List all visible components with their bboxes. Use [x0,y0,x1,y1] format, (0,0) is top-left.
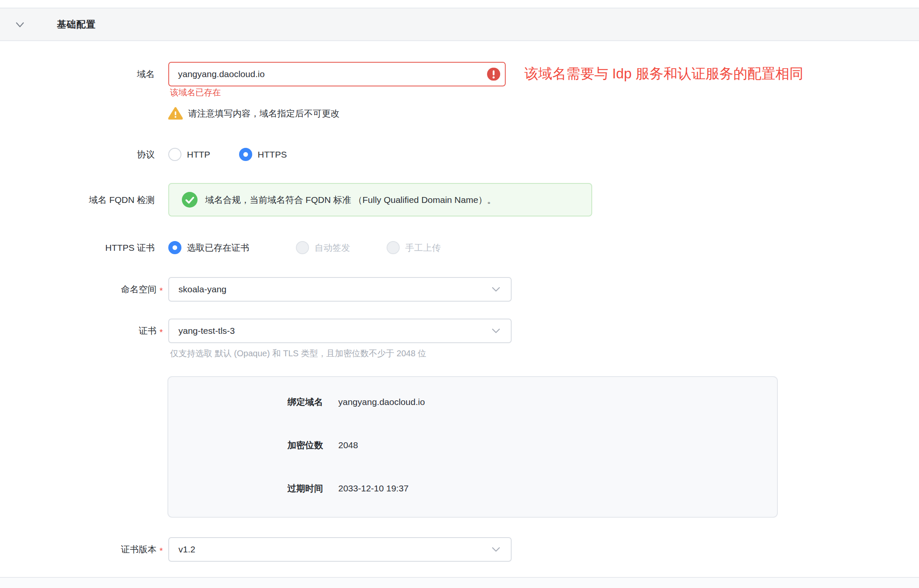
radio-option-existing-cert[interactable]: 选取已存在证书 [168,241,249,254]
namespace-select-value: skoala-yang [178,284,226,294]
domain-warning: 请注意填写内容，域名指定后不可更改 [168,107,340,120]
radio-option-manual-upload: 手工上传 [387,241,441,254]
certificate-hint: 仅支持选取 默认 (Opaque) 和 TLS 类型，且加密位数不少于 2048… [170,348,426,359]
namespace-label-wrap: 命名空间 * [0,277,163,302]
https-cert-label: HTTPS 证书 [0,241,155,255]
required-asterisk: * [159,286,163,295]
chevron-down-icon [491,328,501,334]
radio-selected-icon [168,241,181,254]
https-cert-radio-group: 选取已存在证书 自动签发 手工上传 [168,241,441,254]
cert-version-select[interactable]: v1.2 [168,537,512,562]
chevron-down-icon [491,546,501,552]
detail-value: 2048 [338,440,358,450]
protocol-label: 协议 [0,148,155,161]
cert-version-select-value: v1.2 [178,544,195,555]
protocol-radio-group: HTTP HTTPS [168,148,287,161]
fqdn-message: 域名合规，当前域名符合 FQDN 标准 （Fully Qualified Dom… [205,194,496,206]
radio-option-auto-issue: 自动签发 [296,241,350,254]
namespace-select[interactable]: skoala-yang [168,277,512,302]
detail-label: 加密位数 [168,439,323,451]
radio-selected-icon [239,148,252,161]
required-asterisk: * [159,546,163,555]
cert-version-label-wrap: 证书版本 * [0,537,163,562]
detail-row-expiry-time: 过期时间 2033-12-10 19:37 [168,481,777,496]
section-title: 基础配置 [57,18,96,31]
certificate-details-panel: 绑定域名 yangyang.daocloud.io 加密位数 2048 过期时间… [167,376,778,518]
certificate-select-value: yang-test-tls-3 [178,326,235,336]
fqdn-success-banner: 域名合规，当前域名符合 FQDN 标准 （Fully Qualified Dom… [168,183,592,216]
detail-value: 2033-12-10 19:37 [338,483,409,494]
detail-row-key-bits: 加密位数 2048 [168,438,777,452]
chevron-down-icon[interactable] [14,19,25,30]
detail-row-bound-domain: 绑定域名 yangyang.daocloud.io [168,395,777,409]
radio-option-http[interactable]: HTTP [168,148,210,161]
warning-triangle-icon [168,107,183,120]
error-circle-icon [487,68,500,81]
certificate-select[interactable]: yang-test-tls-3 [168,319,512,343]
section-header-basic-config[interactable]: 基础配置 [0,8,919,41]
basic-config-form: 基础配置 域名 该域名需要与 Idp 服务和认证服务的配置相同 该域名已存在 请… [0,0,919,588]
certificate-label-wrap: 证书 * [0,319,163,343]
radio-option-https[interactable]: HTTPS [239,148,287,161]
domain-annotation-text: 该域名需要与 Idp 服务和认证服务的配置相同 [524,61,803,86]
required-asterisk: * [159,328,163,336]
radio-disabled-icon [296,241,309,254]
detail-label: 过期时间 [168,483,323,494]
domain-input-wrap [168,62,506,86]
domain-label: 域名 [0,62,155,86]
radio-label: 自动签发 [315,242,350,254]
namespace-label: 命名空间 [121,283,156,295]
radio-disabled-icon [387,241,400,254]
detail-label: 绑定域名 [168,396,323,408]
cert-version-label: 证书版本 [121,544,156,555]
detail-value: yangyang.daocloud.io [338,397,425,407]
radio-label: HTTP [187,150,210,160]
chevron-down-icon [491,286,501,292]
radio-circle-icon [168,148,181,161]
radio-label: HTTPS [258,150,287,160]
radio-label: 手工上传 [405,242,441,254]
fqdn-label: 域名 FQDN 检测 [0,183,155,216]
next-section-edge [0,578,919,588]
certificate-label: 证书 [139,325,156,337]
check-circle-icon [182,192,198,208]
domain-input[interactable] [168,62,506,86]
domain-error-text: 该域名已存在 [170,87,221,98]
domain-warning-text: 请注意填写内容，域名指定后不可更改 [188,108,340,119]
radio-label: 选取已存在证书 [187,242,249,254]
